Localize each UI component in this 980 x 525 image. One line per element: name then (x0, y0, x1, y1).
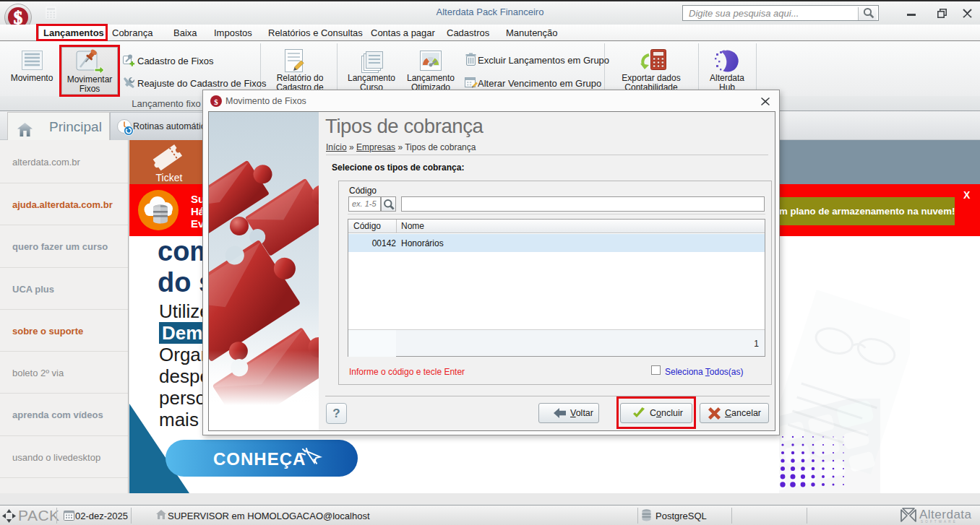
svg-text:$: $ (214, 97, 218, 106)
svg-text:SOFTWARE: SOFTWARE (921, 520, 958, 524)
